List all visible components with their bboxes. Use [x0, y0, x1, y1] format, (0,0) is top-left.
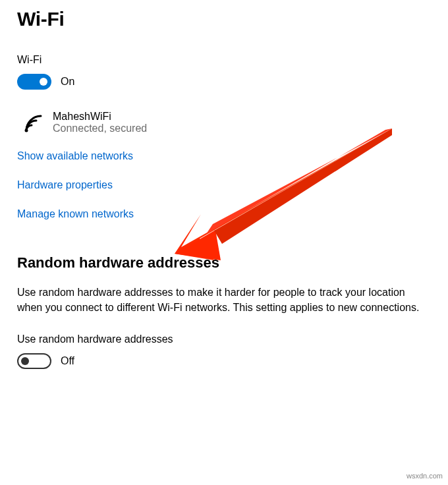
random-hw-toggle-state: Off [61, 355, 74, 367]
random-hw-toggle-label: Use random hardware addresses [17, 333, 431, 345]
random-hw-description: Use random hardware addresses to make it… [17, 285, 426, 315]
wifi-section-label: Wi-Fi [17, 54, 431, 66]
network-status: Connected, secured [53, 123, 147, 134]
random-hw-toggle[interactable] [17, 353, 51, 369]
network-name: MaheshWiFi [53, 111, 147, 123]
hardware-properties-link[interactable]: Hardware properties [17, 179, 431, 191]
toggle-knob [40, 78, 47, 86]
wifi-icon [22, 112, 43, 133]
random-hw-heading: Random hardware addresses [17, 254, 431, 271]
svg-marker-1 [175, 128, 392, 260]
page-title: Wi-Fi [17, 8, 431, 30]
svg-point-0 [25, 129, 28, 132]
manage-known-networks-link[interactable]: Manage known networks [17, 208, 431, 220]
network-info: MaheshWiFi Connected, secured [53, 111, 147, 134]
current-network-row[interactable]: MaheshWiFi Connected, secured [17, 111, 431, 134]
wifi-toggle[interactable] [17, 74, 51, 90]
random-hw-toggle-row: Off [17, 353, 431, 369]
wifi-toggle-state: On [61, 76, 74, 88]
wifi-toggle-row: On [17, 74, 431, 90]
toggle-knob [21, 357, 29, 365]
show-available-networks-link[interactable]: Show available networks [17, 150, 431, 162]
watermark: wsxdn.com [406, 472, 443, 480]
